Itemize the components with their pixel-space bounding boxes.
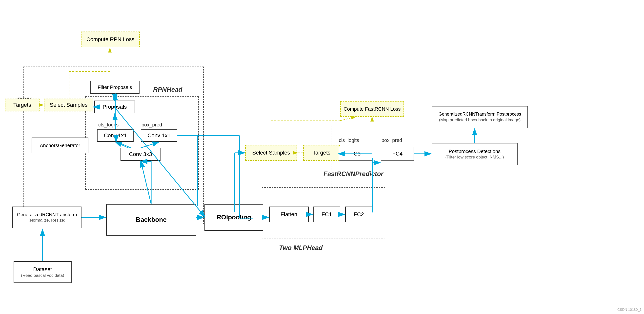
select-samples1-label: Select Samples xyxy=(50,102,88,109)
gen-transform-post-sublabel: (Map predicted bbox back to original ima… xyxy=(439,117,521,123)
cls-logits2-label-text: cls_logits xyxy=(339,138,359,143)
conv1x1-cls-label: Conv 1x1 xyxy=(104,132,127,139)
fc3-node: FC3 xyxy=(339,147,372,161)
box-pred1-label: box_pred xyxy=(142,122,162,128)
compute-rpn-loss-node: Compute RPN Loss xyxy=(81,31,140,47)
fc3-label: FC3 xyxy=(350,150,361,157)
conv3x3-label: Conv 3x3 xyxy=(129,151,152,158)
gen-transform-post-node: GeneralizedRCNNTransform Postprocess (Ma… xyxy=(432,106,528,128)
twomlp-label: Two MLPHead xyxy=(279,244,323,252)
fc4-node: FC4 xyxy=(381,147,414,161)
gen-transform-post-label: GeneralizedRCNNTransform Postprocess xyxy=(438,111,521,117)
svg-line-35 xyxy=(340,117,356,121)
targets1-label: Targets xyxy=(13,102,31,109)
compute-fastrcnn-loss-label: Compute FastRCNN Loss xyxy=(344,106,400,112)
filter-proposals-node: Filter Proposals xyxy=(90,81,140,94)
anchors-generator-node: AnchorsGenerator xyxy=(32,138,88,153)
compute-fastrcnn-loss-node: Compute FastRCNN Loss xyxy=(340,101,404,117)
fc2-label: FC2 xyxy=(354,211,364,218)
targets2-label: Targets xyxy=(312,149,330,157)
gen-transform-sublabel: (Normalize, Resize) xyxy=(28,218,65,223)
dataset-label: Dataset xyxy=(33,266,52,273)
generalized-transform-node: GeneralizedRCNNTransform (Normalize, Res… xyxy=(12,206,82,228)
dataset-sublabel: (Read pascal voc data) xyxy=(21,273,64,278)
conv1x1-box-node: Conv 1x1 xyxy=(141,129,177,142)
anchors-label: AnchorsGenerator xyxy=(40,142,80,149)
fc1-label: FC1 xyxy=(322,211,332,218)
backbone-node: Backbone xyxy=(106,204,196,236)
watermark: CSDN 10180_1 xyxy=(617,308,642,312)
fc2-node: FC2 xyxy=(345,206,372,222)
compute-rpn-loss-label: Compute RPN Loss xyxy=(86,36,134,43)
roi-pooling-node: ROIpooling xyxy=(204,204,263,231)
fc4-label: FC4 xyxy=(392,150,403,157)
postprocess-label: Postprocess Detections xyxy=(449,148,500,155)
flatten-label: Flatten xyxy=(280,211,297,218)
conv1x1-cls-node: Conv 1x1 xyxy=(97,129,134,142)
rpnhead-label: RPNHead xyxy=(153,86,182,93)
targets1-node: Targets xyxy=(5,99,40,111)
select-samples2-label: Select Samples xyxy=(252,149,290,157)
backbone-label: Backbone xyxy=(136,216,166,224)
select-samples2-node: Select Samples xyxy=(245,145,297,161)
gen-transform-label: GeneralizedRCNNTransform xyxy=(17,212,77,218)
postprocess-sublabel: (Filter low score object, NMS...) xyxy=(445,155,504,160)
roi-pooling-label: ROIpooling xyxy=(216,213,251,222)
fc1-node: FC1 xyxy=(313,206,340,222)
proposals-label: Proposals xyxy=(103,104,127,111)
fastrcnn-label: FastRCNNPredictor xyxy=(324,170,384,178)
box-pred2-label-text: box_pred xyxy=(382,138,402,143)
targets2-node: Targets xyxy=(303,145,340,161)
diagram: RPN RPNHead FastRCNNPredictor Two MLPHea… xyxy=(0,0,644,314)
proposals-node: Proposals xyxy=(94,101,135,113)
select-samples1-node: Select Samples xyxy=(44,99,93,111)
flatten-node: Flatten xyxy=(269,206,309,222)
conv1x1-box-label: Conv 1x1 xyxy=(148,132,171,139)
dataset-node: Dataset (Read pascal voc data) xyxy=(14,261,72,283)
cls-logits1-label: cls_logits xyxy=(98,122,118,128)
postprocess-node: Postprocess Detections (Filter low score… xyxy=(432,143,518,165)
conv3x3-node: Conv 3x3 xyxy=(120,148,160,161)
filter-proposals-label: Filter Proposals xyxy=(98,84,132,90)
